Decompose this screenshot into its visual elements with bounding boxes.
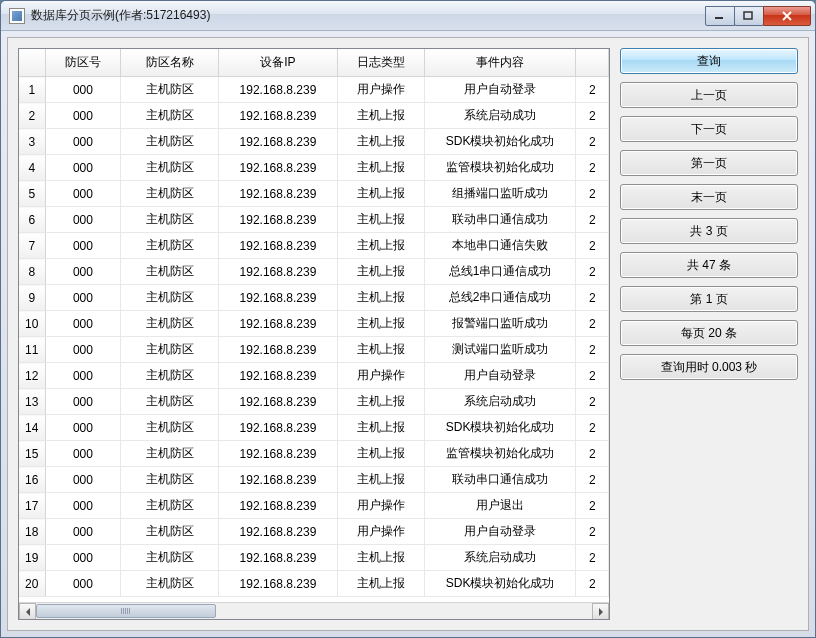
cell-event: 本地串口通信失败 [424,233,576,259]
table-row[interactable]: 20000主机防区192.168.8.239主机上报SDK模块初始化成功2 [19,571,609,597]
cell-name: 主机防区 [121,363,219,389]
cell-extra: 2 [576,155,609,181]
table-row[interactable]: 15000主机防区192.168.8.239主机上报监管模块初始化成功2 [19,441,609,467]
cell-ip: 192.168.8.239 [218,259,337,285]
header-name[interactable]: 防区名称 [121,49,219,77]
cell-log: 主机上报 [338,103,425,129]
table-row[interactable]: 5000主机防区192.168.8.239主机上报组播端口监听成功2 [19,181,609,207]
cell-log: 主机上报 [338,233,425,259]
table-row[interactable]: 14000主机防区192.168.8.239主机上报SDK模块初始化成功2 [19,415,609,441]
cell-event: 系统启动成功 [424,103,576,129]
total-rows-label[interactable]: 共 47 条 [620,252,798,278]
table-row[interactable]: 16000主机防区192.168.8.239主机上报联动串口通信成功2 [19,467,609,493]
table-row[interactable]: 8000主机防区192.168.8.239主机上报总线1串口通信成功2 [19,259,609,285]
current-page-label[interactable]: 第 1 页 [620,286,798,312]
scroll-thumb[interactable] [36,604,216,618]
cell-rownum: 17 [19,493,45,519]
cell-event: 用户退出 [424,493,576,519]
table-row[interactable]: 7000主机防区192.168.8.239主机上报本地串口通信失败2 [19,233,609,259]
cell-ip: 192.168.8.239 [218,545,337,571]
table-row[interactable]: 2000主机防区192.168.8.239主机上报系统启动成功2 [19,103,609,129]
cell-event: 总线2串口通信成功 [424,285,576,311]
cell-name: 主机防区 [121,571,219,597]
cell-name: 主机防区 [121,233,219,259]
window-title: 数据库分页示例(作者:517216493) [31,7,706,24]
header-log[interactable]: 日志类型 [338,49,425,77]
cell-zone: 000 [45,493,121,519]
cell-ip: 192.168.8.239 [218,441,337,467]
data-table-container: 防区号 防区名称 设备IP 日志类型 事件内容 1000主机防区192.168.… [18,48,610,620]
header-event[interactable]: 事件内容 [424,49,576,77]
cell-extra: 2 [576,337,609,363]
cell-name: 主机防区 [121,103,219,129]
table-row[interactable]: 13000主机防区192.168.8.239主机上报系统启动成功2 [19,389,609,415]
table-row[interactable]: 19000主机防区192.168.8.239主机上报系统启动成功2 [19,545,609,571]
last-page-button[interactable]: 末一页 [620,184,798,210]
cell-extra: 2 [576,207,609,233]
cell-ip: 192.168.8.239 [218,233,337,259]
total-pages-label[interactable]: 共 3 页 [620,218,798,244]
minimize-icon [714,11,726,21]
header-rownum[interactable] [19,49,45,77]
table-row[interactable]: 3000主机防区192.168.8.239主机上报SDK模块初始化成功2 [19,129,609,155]
cell-extra: 2 [576,415,609,441]
cell-event: 总线1串口通信成功 [424,259,576,285]
cell-zone: 000 [45,103,121,129]
next-page-button[interactable]: 下一页 [620,116,798,142]
cell-extra: 2 [576,389,609,415]
cell-zone: 000 [45,571,121,597]
cell-rownum: 19 [19,545,45,571]
cell-zone: 000 [45,181,121,207]
cell-ip: 192.168.8.239 [218,467,337,493]
cell-name: 主机防区 [121,77,219,103]
table-row[interactable]: 4000主机防区192.168.8.239主机上报监管模块初始化成功2 [19,155,609,181]
cell-log: 用户操作 [338,493,425,519]
prev-page-button[interactable]: 上一页 [620,82,798,108]
cell-log: 主机上报 [338,207,425,233]
cell-name: 主机防区 [121,441,219,467]
scroll-track[interactable] [36,603,592,619]
titlebar[interactable]: 数据库分页示例(作者:517216493) [1,1,815,31]
query-button[interactable]: 查询 [620,48,798,74]
header-extra[interactable] [576,49,609,77]
minimize-button[interactable] [705,6,735,26]
cell-zone: 000 [45,441,121,467]
per-page-label[interactable]: 每页 20 条 [620,320,798,346]
cell-event: 系统启动成功 [424,389,576,415]
cell-log: 主机上报 [338,181,425,207]
cell-ip: 192.168.8.239 [218,207,337,233]
header-ip[interactable]: 设备IP [218,49,337,77]
cell-name: 主机防区 [121,259,219,285]
close-button[interactable] [763,6,811,26]
cell-rownum: 8 [19,259,45,285]
maximize-button[interactable] [734,6,764,26]
header-zone[interactable]: 防区号 [45,49,121,77]
cell-name: 主机防区 [121,415,219,441]
elapsed-label[interactable]: 查询用时 0.003 秒 [620,354,798,380]
table-row[interactable]: 9000主机防区192.168.8.239主机上报总线2串口通信成功2 [19,285,609,311]
cell-event: 报警端口监听成功 [424,311,576,337]
table-row[interactable]: 10000主机防区192.168.8.239主机上报报警端口监听成功2 [19,311,609,337]
cell-name: 主机防区 [121,493,219,519]
table-row[interactable]: 18000主机防区192.168.8.239用户操作用户自动登录2 [19,519,609,545]
table-row[interactable]: 1000主机防区192.168.8.239用户操作用户自动登录2 [19,77,609,103]
first-page-button[interactable]: 第一页 [620,150,798,176]
table-row[interactable]: 6000主机防区192.168.8.239主机上报联动串口通信成功2 [19,207,609,233]
app-window: 数据库分页示例(作者:517216493) [0,0,816,638]
cell-ip: 192.168.8.239 [218,415,337,441]
cell-name: 主机防区 [121,389,219,415]
cell-ip: 192.168.8.239 [218,311,337,337]
app-icon [9,8,25,24]
scroll-right-button[interactable] [592,603,609,620]
cell-log: 用户操作 [338,519,425,545]
cell-extra: 2 [576,441,609,467]
table-scroll[interactable]: 防区号 防区名称 设备IP 日志类型 事件内容 1000主机防区192.168.… [19,49,609,602]
table-row[interactable]: 17000主机防区192.168.8.239用户操作用户退出2 [19,493,609,519]
cell-extra: 2 [576,233,609,259]
cell-zone: 000 [45,77,121,103]
table-row[interactable]: 12000主机防区192.168.8.239用户操作用户自动登录2 [19,363,609,389]
table-row[interactable]: 11000主机防区192.168.8.239主机上报测试端口监听成功2 [19,337,609,363]
cell-ip: 192.168.8.239 [218,77,337,103]
scroll-left-button[interactable] [19,603,36,620]
horizontal-scrollbar[interactable] [19,602,609,619]
